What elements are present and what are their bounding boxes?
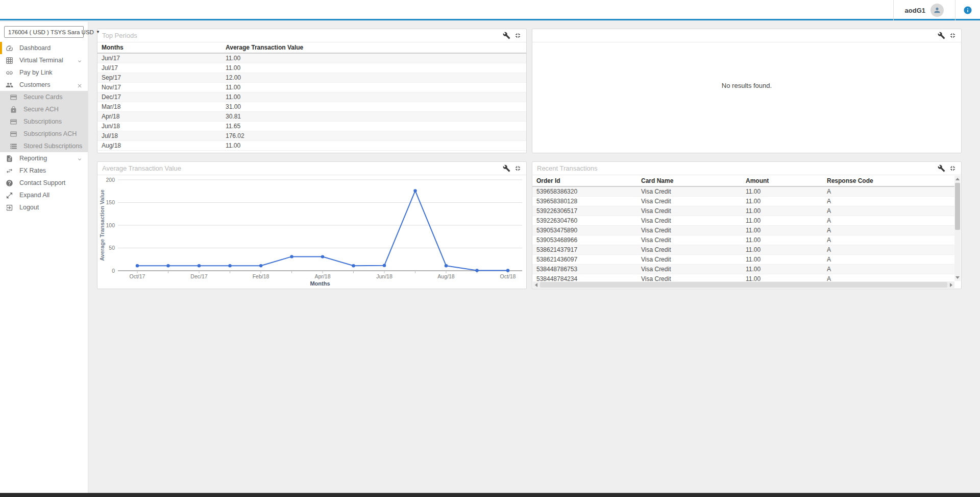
- sidebar: 176004 ( USD ) TSYS Sara USD ▼ Dashboard…: [0, 22, 88, 493]
- customers-icon: [6, 81, 13, 89]
- table-row: Jun/1811.65: [97, 122, 526, 131]
- fullscreen-icon[interactable]: [514, 32, 522, 39]
- fullscreen-icon[interactable]: [949, 164, 957, 172]
- table-row: Jul/18176.02: [97, 131, 526, 141]
- panel-title: Average Transaction Value: [102, 164, 181, 172]
- sidebar-item-dashboard[interactable]: Dashboard: [0, 42, 88, 54]
- cell-amount: 11.00: [742, 226, 823, 235]
- sidebar-item-secure-cards[interactable]: Secure Cards: [0, 91, 88, 103]
- vertical-scrollbar[interactable]: [954, 176, 961, 281]
- cell-order-id: 538621436097: [532, 255, 637, 265]
- cell-response-code: A: [823, 186, 954, 197]
- user-menu-button[interactable]: aodG1: [894, 0, 955, 20]
- sidebar-item-label: Logout: [19, 204, 39, 211]
- cell-order-id: 538448784234: [532, 274, 637, 281]
- sidebar-item-label: Contact Support: [19, 179, 65, 186]
- cell-card-name: Visa Credit: [637, 255, 742, 265]
- cell-amount: 11.00: [742, 265, 823, 274]
- cell-months: Jun/17: [97, 53, 222, 63]
- close-icon[interactable]: [77, 82, 83, 88]
- cell-average-transaction-value: 12.00: [222, 73, 526, 83]
- cell-order-id: 538621437917: [532, 245, 637, 255]
- wrench-icon[interactable]: [503, 32, 510, 39]
- sidebar-item-contact-support[interactable]: Contact Support: [0, 177, 88, 189]
- card-icon: [10, 93, 17, 101]
- cell-months: Apr/18: [97, 112, 222, 122]
- logout-icon: [6, 204, 13, 211]
- scroll-up-icon[interactable]: [954, 176, 961, 182]
- sidebar-item-stored-subscriptions[interactable]: Stored Subscriptions: [0, 140, 88, 152]
- cell-amount: 11.00: [742, 206, 823, 216]
- help-icon: [6, 179, 13, 187]
- sidebar-item-pay-by-link[interactable]: Pay by Link: [0, 66, 88, 79]
- info-icon[interactable]: [955, 0, 980, 20]
- sidebar-item-secure-ach[interactable]: Secure ACH: [0, 103, 88, 115]
- dashboard-icon: [6, 44, 13, 52]
- svg-text:100: 100: [106, 222, 115, 228]
- table-row: Apr/1830.81: [97, 112, 526, 122]
- wrench-icon[interactable]: [938, 164, 945, 172]
- table-row: 539658386320Visa Credit11.00A: [532, 186, 954, 197]
- cell-response-code: A: [823, 226, 954, 235]
- cell-average-transaction-value: 11.00: [222, 63, 526, 73]
- sidebar-item-subscriptions[interactable]: Subscriptions: [0, 115, 88, 128]
- svg-text:200: 200: [106, 177, 115, 183]
- cell-amount: 11.00: [742, 186, 823, 197]
- cell-card-name: Visa Credit: [637, 274, 742, 281]
- scroll-down-icon[interactable]: [954, 274, 961, 281]
- cell-months: Jul/18: [97, 131, 222, 141]
- chevron-down-icon[interactable]: [77, 155, 83, 161]
- cell-months: Jul/17: [97, 63, 222, 73]
- sidebar-item-label: Expand All: [19, 192, 50, 199]
- cell-amount: 11.00: [742, 255, 823, 265]
- table-row: 538448784234Visa Credit11.00A: [532, 274, 954, 281]
- wrench-icon[interactable]: [503, 164, 510, 172]
- cell-average-transaction-value: 11.65: [222, 122, 526, 131]
- horizontal-scrollbar-thumb[interactable]: [540, 282, 947, 288]
- line-chart: 050100150200Oct/17Dec/17Feb/18Apr/18Jun/…: [97, 176, 526, 289]
- sidebar-item-subscriptions-ach[interactable]: Subscriptions ACH: [0, 128, 88, 140]
- column-header-order-id: Order Id: [532, 176, 637, 186]
- no-results-message: No results found.: [532, 82, 961, 89]
- cell-amount: 11.00: [742, 216, 823, 226]
- sidebar-item-virtual-terminal[interactable]: Virtual Terminal: [0, 54, 88, 66]
- table-row: 539053468966Visa Credit11.00A: [532, 235, 954, 245]
- sidebar-item-customers[interactable]: Customers: [0, 79, 88, 91]
- table-row: Aug/1811.00: [97, 141, 526, 151]
- fullscreen-icon[interactable]: [949, 32, 957, 39]
- svg-text:Oct/17: Oct/17: [130, 273, 145, 279]
- merchant-selector[interactable]: 176004 ( USD ) TSYS Sara USD ▼: [4, 26, 84, 38]
- lock-icon: [10, 106, 17, 113]
- sidebar-item-reporting[interactable]: Reporting: [0, 152, 88, 164]
- table-row: Jun/1711.00: [97, 53, 526, 63]
- svg-text:Months: Months: [310, 280, 330, 287]
- horizontal-scrollbar[interactable]: [533, 281, 954, 288]
- vertical-scrollbar-thumb[interactable]: [955, 183, 960, 230]
- panel-top-periods: Top Periods MonthsAverage Transaction Va…: [97, 29, 527, 153]
- cell-order-id: 539658380128: [532, 197, 637, 206]
- cell-amount: 11.00: [742, 235, 823, 245]
- table-row: 538448786753Visa Credit11.00A: [532, 265, 954, 274]
- top-periods-table: MonthsAverage Transaction ValueJun/1711.…: [97, 42, 526, 151]
- table-row: Sep/1712.00: [97, 73, 526, 83]
- recent-transactions-table: Order IdCard NameAmountResponse Code5396…: [532, 176, 954, 281]
- panel-average-transaction-value-chart: Average Transaction Value 050100150200Oc…: [97, 161, 527, 289]
- table-row: Dec/1711.00: [97, 92, 526, 102]
- fullscreen-icon[interactable]: [514, 164, 522, 172]
- sidebar-item-expand-all[interactable]: Expand All: [0, 189, 88, 201]
- scroll-left-icon[interactable]: [533, 281, 540, 288]
- chevron-down-icon[interactable]: [77, 57, 83, 63]
- scroll-right-icon[interactable]: [948, 281, 954, 288]
- sidebar-item-logout[interactable]: Logout: [0, 201, 88, 214]
- sidebar-item-fx-rates[interactable]: FX Rates: [0, 164, 88, 177]
- cell-order-id: 539226304760: [532, 216, 637, 226]
- cell-card-name: Visa Credit: [637, 235, 742, 245]
- column-header-response-code: Response Code: [823, 176, 954, 186]
- card-icon: [10, 130, 17, 138]
- sidebar-item-label: FX Rates: [19, 167, 46, 174]
- table-row: 539226306517Visa Credit11.00A: [532, 206, 954, 216]
- wrench-icon[interactable]: [938, 32, 945, 39]
- cell-average-transaction-value: 11.00: [222, 53, 526, 63]
- avatar[interactable]: [930, 4, 944, 17]
- sidebar-item-label: Customers: [19, 81, 50, 88]
